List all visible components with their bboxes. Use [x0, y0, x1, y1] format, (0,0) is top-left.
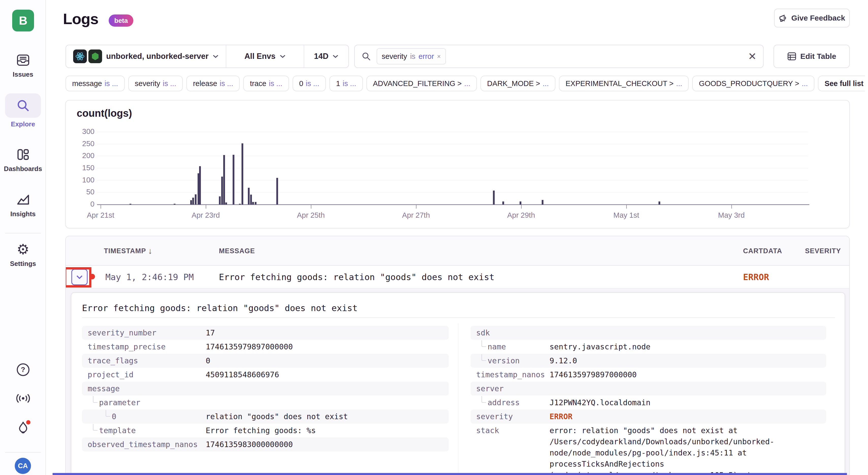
chart-bar[interactable] — [252, 202, 254, 205]
filter-chip-0[interactable]: 0is ... — [292, 76, 326, 91]
node-platform-icon — [88, 49, 102, 63]
environment-selector[interactable]: All Envs — [226, 45, 304, 67]
column-header-cartdata[interactable]: CARTDATA — [743, 236, 782, 266]
chart-bar[interactable] — [520, 201, 521, 205]
chart-bar[interactable] — [195, 194, 196, 205]
chart-bar[interactable] — [255, 202, 256, 205]
expand-row-button[interactable] — [71, 269, 88, 285]
attribute-row-server[interactable]: server — [471, 382, 826, 396]
chart-title: count(logs) — [77, 108, 132, 119]
give-feedback-label: Give Feedback — [791, 14, 845, 22]
column-header-severity[interactable]: SEVERITY — [805, 236, 841, 266]
chart-bar[interactable] — [248, 188, 250, 205]
x-axis-tick — [100, 205, 101, 209]
chart-bar[interactable] — [221, 177, 223, 205]
y-axis-tick-label: 300 — [72, 127, 94, 136]
chart-bar[interactable] — [242, 143, 243, 205]
chart-bar[interactable] — [239, 204, 241, 205]
search-filter-token[interactable]: severity is error × — [377, 48, 446, 64]
filter-chip-trace[interactable]: traceis ... — [243, 76, 289, 91]
chart-bar[interactable] — [250, 195, 252, 205]
chart-bar[interactable] — [174, 204, 176, 205]
attribute-key: project_id — [88, 368, 133, 382]
attribute-value: 4509118548606976 — [206, 368, 279, 382]
column-header-timestamp[interactable]: TIMESTAMP ↓ — [104, 236, 153, 266]
chip-text: trace — [250, 79, 266, 88]
search-clear-icon[interactable]: ✕ — [748, 50, 756, 62]
filter-chip-advanced-filtering[interactable]: ADVANCED_FILTERING >... — [367, 76, 477, 91]
filter-chip-message[interactable]: messageis ... — [65, 76, 125, 91]
help-icon: ? — [17, 363, 29, 376]
search-input[interactable]: severity is error × ✕ — [354, 45, 764, 68]
chart-bar[interactable] — [493, 191, 495, 205]
date-range-selector[interactable]: 14D — [304, 45, 348, 67]
chart-bar[interactable] — [223, 155, 225, 205]
chart-bar[interactable] — [658, 201, 660, 205]
x-axis-line — [97, 204, 809, 205]
log-table-row[interactable]: May 1, 2:46:19 PM Error fetching goods: … — [66, 266, 849, 289]
attribute-row-trace_flags[interactable]: trace_flags0 — [82, 354, 449, 368]
filter-chip-dark-mode[interactable]: DARK_MODE >... — [480, 76, 555, 91]
org-logo[interactable]: B — [12, 10, 34, 31]
chart-bar[interactable] — [225, 202, 227, 205]
project-selector[interactable]: unborked, unborked-server — [66, 45, 226, 67]
column-header-message[interactable]: MESSAGE — [219, 236, 255, 266]
environment-selector-label: All Envs — [244, 52, 275, 61]
sidebar-item-insights[interactable]: Insights — [0, 192, 46, 218]
attribute-row-severity_number[interactable]: severity_number17 — [82, 326, 449, 340]
filter-chip-release[interactable]: releaseis ... — [186, 76, 240, 91]
token-key: severity — [382, 52, 407, 61]
insights-icon — [15, 192, 31, 208]
sidebar-item-settings[interactable]: ⚙ Settings — [0, 242, 46, 268]
chart-bar[interactable] — [192, 198, 194, 205]
gridline — [97, 168, 808, 168]
attribute-row-severity[interactable]: severityERROR — [471, 410, 826, 423]
chevron-down-icon — [76, 275, 83, 279]
sidebar-whats-new-button[interactable] — [0, 421, 46, 434]
give-feedback-button[interactable]: Give Feedback — [774, 9, 850, 27]
sidebar-help-button[interactable]: ? — [0, 363, 46, 376]
token-remove-icon[interactable]: × — [437, 53, 441, 60]
chart-bar[interactable] — [190, 200, 192, 205]
bottom-scroll-strip[interactable] — [53, 473, 847, 475]
attribute-row-0[interactable]: 0relation "goods" does not exist — [82, 410, 449, 423]
attribute-row-stack[interactable]: stackerror: relation "goods" does not ex… — [471, 423, 826, 475]
gridline — [97, 180, 808, 181]
attribute-row-template[interactable]: templateError fetching goods: %s — [82, 423, 449, 437]
chart-bar[interactable] — [129, 204, 131, 205]
sidebar-item-issues[interactable]: Issues — [0, 52, 46, 78]
attribute-key: server — [476, 382, 504, 396]
chart-bar[interactable] — [232, 155, 235, 205]
chart-bar[interactable] — [219, 196, 221, 205]
attribute-row-version[interactable]: version9.12.0 — [471, 354, 826, 368]
attribute-row-parameter[interactable]: parameter — [82, 396, 449, 410]
attribute-row-observed_timestamp_nanos[interactable]: observed_timestamp_nanos1746135983000000… — [82, 437, 449, 451]
chart-bar[interactable] — [502, 201, 504, 205]
attribute-row-name[interactable]: namesentry.javascript.node — [471, 340, 826, 354]
attribute-row-message[interactable]: message — [82, 382, 449, 396]
chip-suffix: ... — [802, 79, 808, 88]
edit-table-button[interactable]: Edit Table — [774, 45, 850, 68]
filter-chip-see-full-list[interactable]: See full list — [818, 76, 865, 91]
sidebar-broadcast-button[interactable] — [0, 393, 46, 403]
sidebar-item-explore[interactable]: Explore — [0, 93, 46, 128]
filter-chip-goods-productquery[interactable]: GOODS_PRODUCTQUERY >... — [692, 76, 814, 91]
attribute-row-project_id[interactable]: project_id4509118548606976 — [82, 368, 449, 382]
filter-chip-severity[interactable]: severityis ... — [128, 76, 183, 91]
filter-chip-experimental-checkout[interactable]: EXPERIMENTAL_CHECKOUT >... — [559, 76, 689, 91]
user-avatar[interactable]: CA — [15, 458, 31, 474]
attribute-key: message — [88, 382, 120, 396]
attribute-row-address[interactable]: addressJ12PWN42YQ.localdomain — [471, 396, 826, 410]
attribute-key: version — [488, 354, 520, 368]
attribute-row-timestamp_nanos[interactable]: timestamp_nanos1746135979897000000 — [471, 368, 826, 382]
attribute-value: 17 — [206, 326, 215, 340]
chart-bar[interactable] — [276, 178, 278, 205]
attribute-row-timestamp_precise[interactable]: timestamp_precise1746135979897000000 — [82, 340, 449, 354]
sidebar-item-dashboards[interactable]: Dashboards — [0, 147, 46, 173]
chart-bar[interactable] — [199, 166, 201, 205]
filter-chip-1[interactable]: 1is ... — [329, 76, 363, 91]
chart-bar[interactable] — [542, 200, 544, 205]
attribute-row-sdk[interactable]: sdk — [471, 326, 826, 340]
chevron-down-icon — [280, 55, 286, 58]
page-title: Logs — [63, 10, 98, 28]
